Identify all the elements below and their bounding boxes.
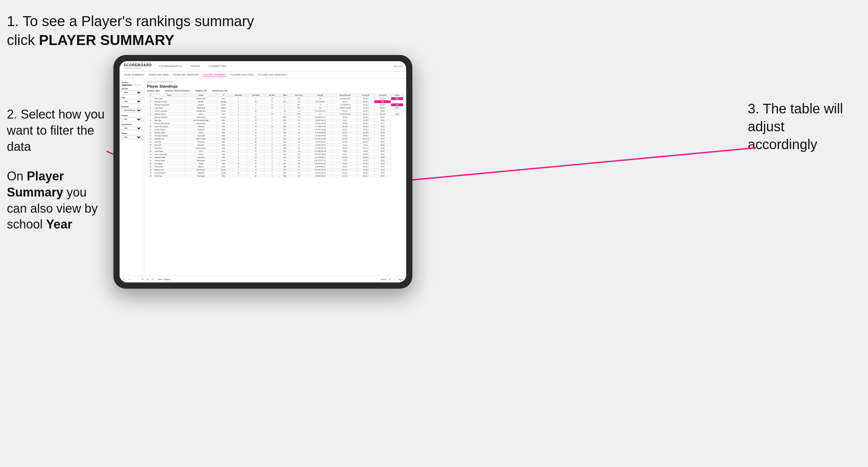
data-cell: 68.5 (280, 141, 290, 144)
data-cell: 69.1 (280, 137, 290, 141)
table-row: 10Jacob Skov OlesenArkansasFifth1251068.… (147, 125, 403, 128)
data-cell: Washington (185, 159, 217, 162)
data-cell: 69 (280, 122, 290, 125)
data-cell: 54-51-4 (357, 147, 374, 150)
redo-button[interactable]: ↪ (127, 277, 131, 281)
data-cell: 2 (230, 110, 247, 113)
player-name-cell: Bastien Amat (154, 168, 185, 171)
data-cell: 24 (247, 150, 265, 153)
data-cell: 68.6 (280, 165, 290, 168)
player-name-cell: Mats Ege (154, 119, 185, 122)
paste-button[interactable]: ⊞ (146, 277, 149, 281)
nav-teams[interactable]: TEAMS (189, 64, 202, 69)
no-rds-slider[interactable] (122, 85, 142, 86)
data-cell: 68 (280, 110, 290, 113)
data-cell: Kentucky (185, 144, 217, 147)
data-cell: 68.4 (280, 131, 290, 134)
nav-tournaments[interactable]: TOURNAMENTS (157, 64, 183, 69)
data-cell: 88 (247, 141, 265, 144)
player-name-cell: Michael Le Sasso (154, 100, 185, 103)
points-cell: 40.02 (374, 168, 391, 171)
clock-button[interactable]: ⏱ (151, 278, 155, 281)
region-select[interactable]: N/A (122, 117, 142, 121)
points-cell: 38.47 (374, 150, 391, 153)
year-select[interactable]: (All) (122, 99, 142, 103)
table-row: 12Brendan ValdesAuburnFifth537068.4-1.11… (147, 131, 403, 134)
data-cell: 1 (265, 156, 280, 159)
data-cell: 68.2 (280, 116, 290, 119)
data-cell: 11-5-3 (333, 144, 357, 147)
data-cell: -2.3 (290, 116, 308, 119)
subnav-team-h2h-grid[interactable]: TEAM H2H GRID (149, 73, 169, 77)
data-cell: -1.5 (290, 141, 308, 144)
data-cell: 22 (247, 137, 265, 141)
data-cell: 22-29-7 (333, 137, 357, 141)
data-cell: 2 (247, 103, 265, 107)
data-cell: 1 (230, 119, 247, 122)
nav-committee[interactable]: COMMITTEE (207, 64, 228, 69)
data-cell: 18 (247, 100, 265, 103)
data-cell: 68.4 (280, 125, 290, 128)
data-cell: 22-22-0 (374, 103, 391, 107)
data-cell: 20-25-9 (333, 156, 357, 159)
data-cell: 37 (247, 131, 265, 134)
data-cell: 26-27-2 (357, 165, 374, 168)
data-cell: -1.5 (290, 125, 308, 128)
data-cell: 24 (247, 165, 265, 168)
data-cell: 1.73 480-72-25 (308, 125, 333, 128)
table-row: 18Luke PowellUCLAFirst424169.1-1.81.13 5… (147, 150, 403, 153)
data-cell: Georgia Tech (185, 110, 217, 113)
copy-button[interactable]: ⧉ (141, 277, 144, 281)
data-cell: Fifth (217, 144, 230, 147)
data-cell: 24-45-1 (357, 153, 374, 156)
col-vs-top25: Vs Top 25 (357, 94, 374, 97)
player-filter-label: Player (122, 132, 142, 134)
data-cell: 1.41 412-179-28 (308, 137, 333, 141)
sign-out-link[interactable]: Sign out (393, 65, 402, 67)
table-row: 17David FordNorth CarolinaThird969068.9-… (147, 147, 403, 150)
data-cell: 12 (230, 171, 247, 175)
data-cell: 35-26-4 (357, 175, 374, 178)
player-name-cell: Nicholas Gabrelcik (154, 116, 185, 119)
data-cell: 18 (247, 156, 265, 159)
gender-select[interactable]: Men (122, 90, 142, 94)
data-cell: 13-18-2 (333, 141, 357, 144)
data-cell: Arkansas (185, 125, 217, 128)
player-select[interactable]: (All) (122, 135, 142, 139)
points-cell: 38.95 (374, 171, 391, 175)
data-cell: 10-10-2 (357, 103, 374, 107)
table-header-row: # Player School Yr Reg Rank Conf Rank No… (147, 94, 403, 97)
share-button[interactable]: Share (398, 278, 403, 280)
expand-button[interactable]: ⤢ (393, 277, 397, 281)
back-button[interactable]: ‹ (133, 278, 135, 281)
undo-button[interactable]: ↩ (122, 277, 126, 281)
subnav-player-h2h-grid[interactable]: PLAYER H2H GRID (231, 73, 254, 77)
data-cell: North Carolina (185, 137, 217, 141)
download-button[interactable]: ⬇ (388, 277, 391, 281)
table-row: 14Maxwell FordNorth CarolinaThird322069.… (147, 137, 403, 141)
subnav-player-summary[interactable]: PLAYER SUMMARY (203, 73, 227, 77)
forward-button[interactable]: › (137, 278, 140, 281)
data-cell: 15 (147, 141, 154, 144)
data-cell: 1.13 500-155-35 (308, 150, 333, 153)
subnav-team-summary[interactable]: TEAM SUMMARY (124, 73, 145, 77)
data-cell: 68.3 (280, 144, 290, 147)
player-name-cell: Gordon Sargent (154, 128, 185, 131)
subnav-player-h2h-heatmap[interactable]: PLAYER H2H HEATMAP (258, 73, 287, 77)
division-select[interactable]: NCAA Division I (122, 108, 142, 112)
col-points: Points (391, 94, 403, 97)
annotation-1-text: 1. To see a Player's rankings summary cl… (7, 13, 254, 48)
conference-select[interactable]: (All) (122, 126, 142, 130)
data-cell: First (217, 97, 230, 100)
data-cell: 67.1 (280, 100, 290, 103)
table-row: 2Michael Le SassoOle MissSecond118067.1-… (147, 100, 403, 103)
data-cell: 28-15-0 (357, 97, 374, 100)
watch-button[interactable]: Watch (380, 278, 386, 280)
player-name-cell: Cole Sherwood (154, 171, 185, 175)
table-row: 6Jackson KoivunAuburnFirst1715667.3-2.72… (147, 113, 403, 116)
data-cell: 1.92 467-29-23 (308, 144, 333, 147)
subnav-team-h2h-heatmap[interactable]: TEAM H2H HEATMAP (173, 73, 199, 77)
player-name-cell: Taehoon Song (154, 159, 185, 162)
data-cell: -0.5 (290, 137, 308, 141)
data-cell: 31-15-1 (333, 131, 357, 134)
